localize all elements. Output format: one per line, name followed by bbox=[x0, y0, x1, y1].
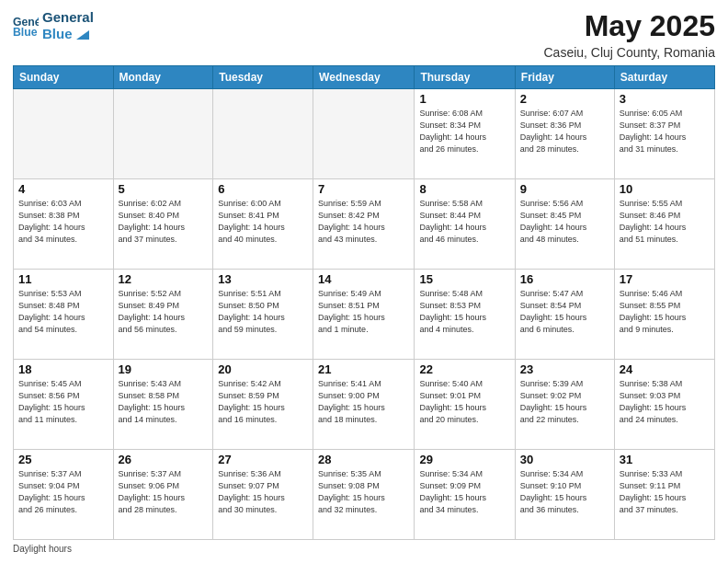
week-row-2: 4Sunrise: 6:03 AM Sunset: 8:38 PM Daylig… bbox=[14, 179, 715, 270]
day-info: Sunrise: 5:37 AM Sunset: 9:04 PM Dayligh… bbox=[18, 468, 108, 516]
day-number: 16 bbox=[520, 272, 609, 286]
day-number: 28 bbox=[318, 453, 409, 466]
logo-general: General bbox=[42, 9, 94, 26]
logo-icon: General Blue bbox=[13, 13, 39, 39]
day-info: Sunrise: 5:59 AM Sunset: 8:42 PM Dayligh… bbox=[318, 198, 409, 246]
day-info: Sunrise: 6:08 AM Sunset: 8:34 PM Dayligh… bbox=[419, 108, 509, 155]
location-title: Caseiu, Cluj County, Romania bbox=[544, 45, 716, 60]
calendar-cell: 27Sunrise: 5:36 AM Sunset: 9:07 PM Dayli… bbox=[213, 450, 313, 540]
calendar-cell: 13Sunrise: 5:51 AM Sunset: 8:50 PM Dayli… bbox=[213, 270, 313, 360]
day-number: 7 bbox=[318, 182, 409, 196]
calendar-cell: 11Sunrise: 5:53 AM Sunset: 8:48 PM Dayli… bbox=[14, 270, 114, 360]
calendar-cell: 29Sunrise: 5:34 AM Sunset: 9:09 PM Dayli… bbox=[415, 450, 515, 540]
day-info: Sunrise: 6:05 AM Sunset: 8:37 PM Dayligh… bbox=[620, 108, 710, 155]
footer-note-text: Daylight hours bbox=[13, 544, 72, 554]
title-block: May 2025 Caseiu, Cluj County, Romania bbox=[544, 9, 716, 60]
calendar-cell: 2Sunrise: 6:07 AM Sunset: 8:36 PM Daylig… bbox=[515, 89, 614, 179]
calendar-table: SundayMondayTuesdayWednesdayThursdayFrid… bbox=[13, 65, 715, 540]
calendar-cell bbox=[313, 89, 415, 179]
day-number: 22 bbox=[419, 362, 509, 376]
calendar-cell bbox=[213, 89, 313, 179]
weekday-wednesday: Wednesday bbox=[313, 66, 415, 89]
calendar-cell: 15Sunrise: 5:48 AM Sunset: 8:53 PM Dayli… bbox=[415, 270, 515, 360]
week-row-1: 1Sunrise: 6:08 AM Sunset: 8:34 PM Daylig… bbox=[14, 89, 715, 179]
weekday-saturday: Saturday bbox=[614, 66, 714, 89]
calendar-cell: 30Sunrise: 5:34 AM Sunset: 9:10 PM Dayli… bbox=[515, 450, 614, 540]
calendar-cell: 19Sunrise: 5:43 AM Sunset: 8:58 PM Dayli… bbox=[113, 360, 213, 450]
calendar-cell: 24Sunrise: 5:38 AM Sunset: 9:03 PM Dayli… bbox=[614, 360, 714, 450]
calendar-cell: 6Sunrise: 6:00 AM Sunset: 8:41 PM Daylig… bbox=[213, 179, 313, 270]
day-info: Sunrise: 5:39 AM Sunset: 9:02 PM Dayligh… bbox=[520, 378, 609, 426]
weekday-sunday: Sunday bbox=[14, 66, 114, 89]
day-info: Sunrise: 5:46 AM Sunset: 8:55 PM Dayligh… bbox=[620, 288, 710, 336]
day-info: Sunrise: 5:43 AM Sunset: 8:58 PM Dayligh… bbox=[119, 378, 209, 426]
calendar-cell: 23Sunrise: 5:39 AM Sunset: 9:02 PM Dayli… bbox=[515, 360, 614, 450]
month-title: May 2025 bbox=[544, 9, 716, 43]
svg-marker-3 bbox=[76, 30, 89, 40]
day-number: 6 bbox=[218, 182, 308, 196]
day-number: 21 bbox=[318, 362, 409, 376]
svg-text:Blue: Blue bbox=[13, 26, 38, 39]
week-row-5: 25Sunrise: 5:37 AM Sunset: 9:04 PM Dayli… bbox=[14, 450, 715, 540]
calendar-cell: 1Sunrise: 6:08 AM Sunset: 8:34 PM Daylig… bbox=[415, 89, 515, 179]
calendar-cell: 10Sunrise: 5:55 AM Sunset: 8:46 PM Dayli… bbox=[614, 179, 714, 270]
day-number: 18 bbox=[18, 362, 108, 376]
calendar-cell: 12Sunrise: 5:52 AM Sunset: 8:49 PM Dayli… bbox=[113, 270, 213, 360]
day-info: Sunrise: 5:56 AM Sunset: 8:45 PM Dayligh… bbox=[520, 198, 609, 246]
day-info: Sunrise: 6:00 AM Sunset: 8:41 PM Dayligh… bbox=[218, 198, 308, 246]
day-number: 29 bbox=[419, 453, 509, 466]
day-info: Sunrise: 6:02 AM Sunset: 8:40 PM Dayligh… bbox=[119, 198, 209, 246]
day-number: 13 bbox=[218, 272, 308, 286]
day-number: 4 bbox=[18, 182, 108, 196]
day-number: 14 bbox=[318, 272, 409, 286]
day-info: Sunrise: 5:34 AM Sunset: 9:09 PM Dayligh… bbox=[419, 468, 509, 516]
day-number: 26 bbox=[119, 453, 209, 466]
day-info: Sunrise: 5:37 AM Sunset: 9:06 PM Dayligh… bbox=[119, 468, 209, 516]
weekday-monday: Monday bbox=[113, 66, 213, 89]
calendar-cell: 7Sunrise: 5:59 AM Sunset: 8:42 PM Daylig… bbox=[313, 179, 415, 270]
calendar-cell: 18Sunrise: 5:45 AM Sunset: 8:56 PM Dayli… bbox=[14, 360, 114, 450]
calendar-cell: 3Sunrise: 6:05 AM Sunset: 8:37 PM Daylig… bbox=[614, 89, 714, 179]
calendar-cell: 14Sunrise: 5:49 AM Sunset: 8:51 PM Dayli… bbox=[313, 270, 415, 360]
calendar-cell: 8Sunrise: 5:58 AM Sunset: 8:44 PM Daylig… bbox=[415, 179, 515, 270]
calendar-cell: 16Sunrise: 5:47 AM Sunset: 8:54 PM Dayli… bbox=[515, 270, 614, 360]
day-number: 20 bbox=[218, 362, 308, 376]
day-number: 19 bbox=[119, 362, 209, 376]
day-number: 12 bbox=[119, 272, 209, 286]
calendar-page: General Blue General Blue May 2025 Casei… bbox=[0, 0, 728, 563]
weekday-tuesday: Tuesday bbox=[213, 66, 313, 89]
calendar-cell: 4Sunrise: 6:03 AM Sunset: 8:38 PM Daylig… bbox=[14, 179, 114, 270]
day-number: 1 bbox=[419, 92, 509, 106]
calendar-cell: 25Sunrise: 5:37 AM Sunset: 9:04 PM Dayli… bbox=[14, 450, 114, 540]
day-info: Sunrise: 5:51 AM Sunset: 8:50 PM Dayligh… bbox=[218, 288, 308, 336]
calendar-cell: 22Sunrise: 5:40 AM Sunset: 9:01 PM Dayli… bbox=[415, 360, 515, 450]
day-number: 11 bbox=[18, 272, 108, 286]
day-number: 31 bbox=[620, 453, 710, 466]
day-info: Sunrise: 6:07 AM Sunset: 8:36 PM Dayligh… bbox=[520, 108, 609, 155]
calendar-cell: 26Sunrise: 5:37 AM Sunset: 9:06 PM Dayli… bbox=[113, 450, 213, 540]
day-info: Sunrise: 5:40 AM Sunset: 9:01 PM Dayligh… bbox=[419, 378, 509, 426]
day-info: Sunrise: 5:35 AM Sunset: 9:08 PM Dayligh… bbox=[318, 468, 409, 516]
day-number: 10 bbox=[620, 182, 710, 196]
day-number: 9 bbox=[520, 182, 609, 196]
day-info: Sunrise: 5:38 AM Sunset: 9:03 PM Dayligh… bbox=[620, 378, 710, 426]
day-number: 27 bbox=[218, 453, 308, 466]
day-number: 30 bbox=[520, 453, 609, 466]
day-info: Sunrise: 5:34 AM Sunset: 9:10 PM Dayligh… bbox=[520, 468, 609, 516]
day-info: Sunrise: 5:45 AM Sunset: 8:56 PM Dayligh… bbox=[18, 378, 108, 426]
day-info: Sunrise: 5:55 AM Sunset: 8:46 PM Dayligh… bbox=[620, 198, 710, 246]
day-info: Sunrise: 5:41 AM Sunset: 9:00 PM Dayligh… bbox=[318, 378, 409, 426]
day-info: Sunrise: 5:47 AM Sunset: 8:54 PM Dayligh… bbox=[520, 288, 609, 336]
week-row-4: 18Sunrise: 5:45 AM Sunset: 8:56 PM Dayli… bbox=[14, 360, 715, 450]
weekday-friday: Friday bbox=[515, 66, 614, 89]
day-number: 5 bbox=[119, 182, 209, 196]
day-info: Sunrise: 5:33 AM Sunset: 9:11 PM Dayligh… bbox=[620, 468, 710, 516]
calendar-cell: 31Sunrise: 5:33 AM Sunset: 9:11 PM Dayli… bbox=[614, 450, 714, 540]
footer-note: Daylight hours bbox=[13, 544, 715, 554]
calendar-cell: 20Sunrise: 5:42 AM Sunset: 8:59 PM Dayli… bbox=[213, 360, 313, 450]
day-info: Sunrise: 5:36 AM Sunset: 9:07 PM Dayligh… bbox=[218, 468, 308, 516]
logo-blue: Blue bbox=[42, 26, 94, 42]
calendar-cell: 28Sunrise: 5:35 AM Sunset: 9:08 PM Dayli… bbox=[313, 450, 415, 540]
day-number: 23 bbox=[520, 362, 609, 376]
day-number: 15 bbox=[419, 272, 509, 286]
